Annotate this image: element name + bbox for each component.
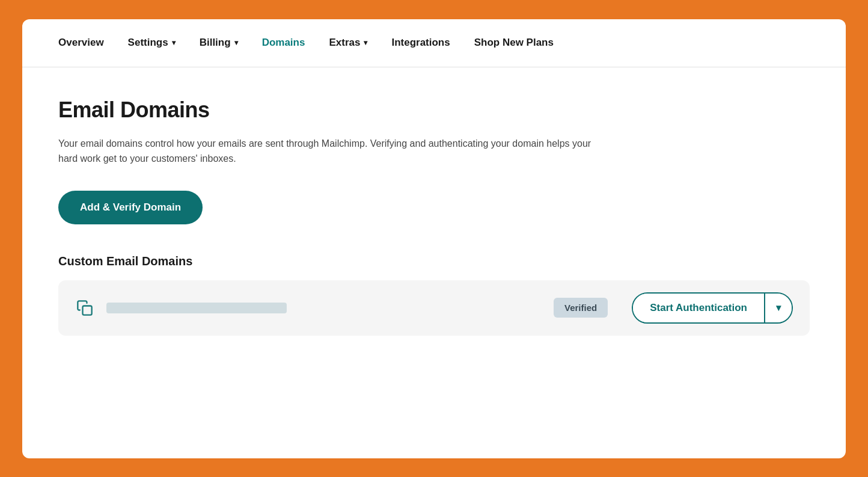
custom-email-domains-title: Custom Email Domains bbox=[58, 254, 810, 268]
nav-item-domains[interactable]: Domains bbox=[262, 37, 305, 49]
copy-icon bbox=[75, 298, 94, 318]
chevron-down-icon: ▾ bbox=[364, 38, 367, 47]
main-card: Overview Settings ▾ Billing ▾ Domains Ex… bbox=[22, 19, 846, 458]
chevron-down-icon: ▾ bbox=[234, 38, 238, 47]
chevron-down-icon: ▾ bbox=[172, 38, 176, 47]
nav-item-overview[interactable]: Overview bbox=[58, 37, 104, 49]
nav-item-integrations[interactable]: Integrations bbox=[391, 37, 450, 49]
domain-name-redacted bbox=[106, 303, 287, 313]
verified-badge: Verified bbox=[554, 298, 608, 318]
content-area: Email Domains Your email domains control… bbox=[22, 67, 846, 458]
nav-bar: Overview Settings ▾ Billing ▾ Domains Ex… bbox=[22, 19, 846, 67]
nav-item-extras[interactable]: Extras ▾ bbox=[329, 37, 367, 49]
start-authentication-button[interactable]: Start Authentication bbox=[633, 294, 765, 322]
add-verify-domain-button[interactable]: Add & Verify Domain bbox=[58, 191, 203, 224]
svg-rect-0 bbox=[83, 306, 92, 315]
chevron-down-icon: ▾ bbox=[776, 302, 781, 313]
auth-dropdown-button[interactable]: ▾ bbox=[765, 294, 792, 322]
nav-item-shop-new-plans[interactable]: Shop New Plans bbox=[474, 37, 554, 49]
domain-row: Verified Start Authentication ▾ bbox=[58, 280, 810, 336]
page-title: Email Domains bbox=[58, 97, 810, 123]
nav-item-billing[interactable]: Billing ▾ bbox=[200, 37, 238, 49]
nav-item-settings[interactable]: Settings ▾ bbox=[128, 37, 176, 49]
auth-button-group: Start Authentication ▾ bbox=[632, 292, 793, 324]
page-description: Your email domains control how your emai… bbox=[58, 136, 599, 167]
